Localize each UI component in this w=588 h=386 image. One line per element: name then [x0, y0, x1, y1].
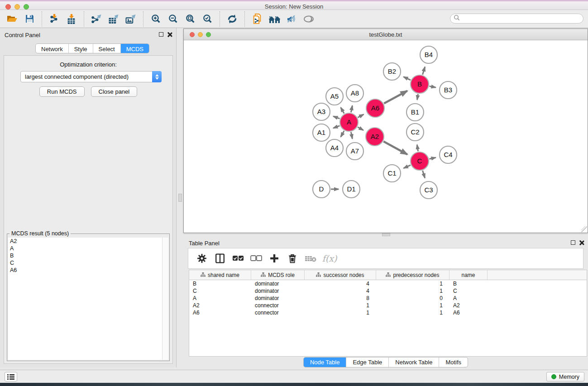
column-header-shared-name[interactable]: shared name — [189, 270, 251, 280]
node-A1[interactable]: A1 — [313, 124, 330, 141]
close-panel-button[interactable]: Close panel — [91, 86, 138, 97]
vertical-splitter-grip[interactable] — [178, 194, 182, 202]
cell-successor-nodes[interactable]: 4 — [305, 280, 376, 287]
node-D[interactable]: D — [313, 181, 330, 198]
cell-MCDS-role[interactable]: dominator — [251, 280, 305, 287]
delete-table-icon[interactable] — [302, 250, 319, 267]
edge-A6-B[interactable] — [384, 91, 407, 104]
horizontal-splitter-grip[interactable] — [382, 233, 390, 236]
cell-MCDS-role[interactable]: connector — [251, 302, 305, 309]
cell-predecessor-nodes[interactable]: 1 — [376, 309, 449, 316]
task-history-button[interactable] — [5, 372, 17, 381]
show-hide-graphics-icon[interactable] — [300, 12, 317, 26]
table-close-panel-icon[interactable] — [579, 240, 584, 245]
edge-B-B1[interactable] — [417, 94, 418, 100]
cell-shared-name[interactable]: A — [189, 295, 251, 302]
table-row-B[interactable]: Bdominator41B — [189, 280, 587, 287]
node-A7[interactable]: A7 — [346, 143, 363, 160]
edge-C-C2[interactable] — [417, 145, 418, 152]
network-window-titlebar[interactable]: testGlobe.txt — [184, 29, 588, 40]
search-field[interactable] — [450, 14, 583, 24]
result-list-item[interactable]: A6 — [8, 267, 162, 274]
announcements-off-icon[interactable] — [283, 12, 300, 26]
network-canvas[interactable]: B4B2BB3A5A8A6A3B1AA1C2A2A4A7C4CC1DD1C3 — [184, 40, 588, 233]
node-A6[interactable]: A6 — [366, 99, 384, 117]
cell-predecessor-nodes[interactable]: 0 — [376, 295, 449, 302]
table-row-C[interactable]: Cdominator41C — [189, 287, 587, 295]
open-session-icon[interactable] — [4, 12, 21, 26]
edge-A-A2[interactable] — [358, 127, 363, 130]
close-panel-icon[interactable] — [167, 32, 172, 37]
cell-successor-nodes[interactable]: 8 — [305, 295, 376, 302]
node-A4[interactable]: A4 — [326, 139, 343, 157]
float-panel-icon[interactable] — [159, 32, 163, 37]
window-resize-handle[interactable] — [581, 226, 587, 232]
cell-MCDS-role[interactable]: dominator — [251, 287, 305, 295]
node-A[interactable]: A — [340, 113, 358, 131]
tab-select[interactable]: Select — [93, 44, 121, 53]
column-layout-icon[interactable] — [212, 250, 228, 267]
cell-predecessor-nodes[interactable]: 1 — [376, 287, 449, 295]
node-C3[interactable]: C3 — [420, 181, 437, 199]
column-header-name[interactable]: name — [449, 270, 488, 280]
import-network-icon[interactable] — [46, 12, 63, 26]
column-header-MCDS-role[interactable]: MCDS role — [251, 270, 305, 280]
import-table-icon[interactable] — [63, 12, 80, 26]
zoom-out-icon[interactable] — [164, 12, 182, 26]
home-icon[interactable] — [266, 12, 283, 26]
edge-A2-C[interactable] — [383, 142, 407, 155]
column-header-predecessor-nodes[interactable]: predecessor nodes — [376, 270, 449, 280]
zoom-fit-icon[interactable] — [182, 12, 199, 26]
node-D1[interactable]: D1 — [343, 181, 360, 198]
node-C2[interactable]: C2 — [406, 124, 424, 141]
node-B4[interactable]: B4 — [420, 46, 437, 63]
export-table-icon[interactable] — [105, 12, 122, 26]
cell-name[interactable]: A — [449, 295, 488, 302]
cell-shared-name[interactable]: A6 — [189, 309, 251, 316]
cell-name[interactable]: C — [449, 287, 488, 295]
edge-A-A8[interactable] — [351, 105, 352, 112]
cell-MCDS-role[interactable]: dominator — [251, 295, 305, 302]
edge-A-A1[interactable] — [333, 126, 339, 128]
node-B2[interactable]: B2 — [383, 63, 401, 80]
tab-network[interactable]: Network — [36, 44, 69, 53]
select-all-icon[interactable] — [230, 250, 246, 267]
export-network-icon[interactable] — [88, 12, 105, 26]
search-input[interactable] — [460, 14, 583, 23]
edge-A-A4[interactable] — [341, 131, 344, 137]
cell-name[interactable]: A2 — [449, 302, 488, 309]
result-list-item[interactable]: A2 — [8, 238, 162, 245]
cell-shared-name[interactable]: B — [189, 280, 251, 287]
deselect-all-icon[interactable] — [248, 250, 264, 267]
save-session-icon[interactable] — [21, 12, 38, 26]
export-image-icon[interactable] — [122, 12, 139, 26]
table-row-A2[interactable]: A2connector11A2 — [189, 302, 587, 309]
cell-successor-nodes[interactable]: 1 — [305, 302, 376, 309]
edge-C-C3[interactable] — [423, 171, 425, 178]
cell-name[interactable]: A6 — [449, 309, 488, 316]
tab-node-table[interactable]: Node Table — [304, 357, 347, 367]
node-C[interactable]: C — [411, 152, 429, 170]
result-list-item[interactable]: B — [8, 252, 162, 259]
table-row-A[interactable]: Adominator80A — [189, 295, 587, 302]
edge-C-C4[interactable] — [430, 157, 436, 159]
node-A2[interactable]: A2 — [366, 128, 384, 146]
node-A5[interactable]: A5 — [326, 88, 343, 105]
edge-B-B3[interactable] — [430, 86, 436, 87]
tab-network-table[interactable]: Network Table — [389, 357, 439, 367]
table-row-A6[interactable]: A6connector11A6 — [189, 309, 587, 316]
cell-shared-name[interactable]: C — [189, 287, 251, 295]
edge-A-A7[interactable] — [351, 132, 352, 139]
run-mcds-button[interactable]: Run MCDS — [39, 86, 85, 97]
table-float-panel-icon[interactable] — [571, 240, 575, 245]
tab-edge-table[interactable]: Edge Table — [346, 357, 389, 367]
network-from-selection-icon[interactable] — [249, 12, 266, 26]
delete-column-icon[interactable] — [284, 250, 301, 267]
cell-MCDS-role[interactable]: connector — [251, 309, 305, 316]
tab-mcds[interactable]: MCDS — [121, 44, 149, 53]
cell-predecessor-nodes[interactable]: 1 — [376, 280, 449, 287]
add-column-icon[interactable] — [266, 250, 282, 267]
node-C1[interactable]: C1 — [383, 165, 401, 182]
tab-style[interactable]: Style — [69, 44, 93, 53]
result-list-item[interactable]: A — [8, 245, 162, 252]
